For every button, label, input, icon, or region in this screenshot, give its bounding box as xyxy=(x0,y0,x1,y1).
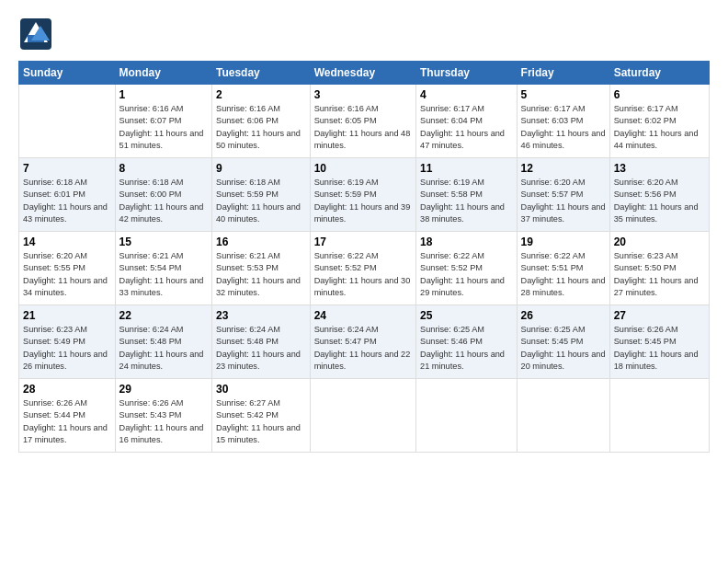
day-info: Sunrise: 6:20 AMSunset: 5:55 PMDaylight:… xyxy=(23,251,108,297)
day-info: Sunrise: 6:18 AMSunset: 6:01 PMDaylight:… xyxy=(23,178,108,224)
calendar-cell: 15Sunrise: 6:21 AMSunset: 5:54 PMDayligh… xyxy=(115,232,211,305)
day-info: Sunrise: 6:22 AMSunset: 5:52 PMDaylight:… xyxy=(420,251,505,297)
day-number: 7 xyxy=(23,162,111,175)
calendar-cell xyxy=(19,85,116,158)
day-number: 16 xyxy=(216,236,306,248)
calendar-week-row: 1Sunrise: 6:16 AMSunset: 6:07 PMDaylight… xyxy=(19,85,710,158)
day-number: 9 xyxy=(216,162,306,175)
calendar-cell: 30Sunrise: 6:27 AMSunset: 5:42 PMDayligh… xyxy=(212,379,311,453)
calendar-cell: 26Sunrise: 6:25 AMSunset: 5:45 PMDayligh… xyxy=(517,305,609,379)
calendar-cell: 25Sunrise: 6:25 AMSunset: 5:46 PMDayligh… xyxy=(416,305,518,379)
day-info: Sunrise: 6:16 AMSunset: 6:05 PMDaylight:… xyxy=(314,104,411,150)
page: SundayMondayTuesdayWednesdayThursdayFrid… xyxy=(0,0,728,563)
calendar-table: SundayMondayTuesdayWednesdayThursdayFrid… xyxy=(18,61,710,453)
calendar-cell: 24Sunrise: 6:24 AMSunset: 5:47 PMDayligh… xyxy=(310,305,415,379)
header xyxy=(18,17,710,52)
calendar-cell: 11Sunrise: 6:19 AMSunset: 5:58 PMDayligh… xyxy=(416,158,518,232)
calendar-cell: 27Sunrise: 6:26 AMSunset: 5:45 PMDayligh… xyxy=(609,305,709,379)
day-number: 25 xyxy=(420,309,513,322)
day-number: 15 xyxy=(119,236,208,248)
day-info: Sunrise: 6:24 AMSunset: 5:47 PMDaylight:… xyxy=(314,325,411,371)
day-number: 30 xyxy=(216,383,306,396)
day-number: 28 xyxy=(23,383,111,396)
calendar-cell: 18Sunrise: 6:22 AMSunset: 5:52 PMDayligh… xyxy=(416,232,518,305)
calendar-cell xyxy=(310,379,415,453)
day-number: 5 xyxy=(521,88,606,101)
column-header-friday: Friday xyxy=(517,62,609,85)
day-info: Sunrise: 6:17 AMSunset: 6:04 PMDaylight:… xyxy=(420,104,505,150)
calendar-week-row: 14Sunrise: 6:20 AMSunset: 5:55 PMDayligh… xyxy=(19,232,710,305)
day-number: 23 xyxy=(216,309,306,322)
calendar-cell: 3Sunrise: 6:16 AMSunset: 6:05 PMDaylight… xyxy=(310,85,415,158)
calendar-week-row: 7Sunrise: 6:18 AMSunset: 6:01 PMDaylight… xyxy=(19,158,710,232)
day-info: Sunrise: 6:23 AMSunset: 5:50 PMDaylight:… xyxy=(614,251,699,297)
day-number: 12 xyxy=(521,162,606,175)
day-number: 2 xyxy=(216,88,306,101)
day-number: 17 xyxy=(314,236,412,248)
day-info: Sunrise: 6:21 AMSunset: 5:54 PMDaylight:… xyxy=(119,251,204,297)
calendar-cell: 5Sunrise: 6:17 AMSunset: 6:03 PMDaylight… xyxy=(517,85,609,158)
column-header-saturday: Saturday xyxy=(609,62,709,85)
day-number: 26 xyxy=(521,309,606,322)
calendar-cell xyxy=(416,379,518,453)
column-header-tuesday: Tuesday xyxy=(212,62,311,85)
day-info: Sunrise: 6:26 AMSunset: 5:43 PMDaylight:… xyxy=(119,398,204,444)
day-info: Sunrise: 6:22 AMSunset: 5:52 PMDaylight:… xyxy=(314,251,411,297)
day-info: Sunrise: 6:24 AMSunset: 5:48 PMDaylight:… xyxy=(119,325,204,371)
calendar-cell: 20Sunrise: 6:23 AMSunset: 5:50 PMDayligh… xyxy=(609,232,709,305)
day-info: Sunrise: 6:18 AMSunset: 6:00 PMDaylight:… xyxy=(119,178,204,224)
day-number: 4 xyxy=(420,88,513,101)
day-info: Sunrise: 6:24 AMSunset: 5:48 PMDaylight:… xyxy=(216,325,301,371)
calendar-cell: 19Sunrise: 6:22 AMSunset: 5:51 PMDayligh… xyxy=(517,232,609,305)
calendar-cell: 16Sunrise: 6:21 AMSunset: 5:53 PMDayligh… xyxy=(212,232,311,305)
day-info: Sunrise: 6:19 AMSunset: 5:59 PMDaylight:… xyxy=(314,178,411,224)
calendar-week-row: 28Sunrise: 6:26 AMSunset: 5:44 PMDayligh… xyxy=(19,379,710,453)
logo xyxy=(18,17,53,52)
day-number: 29 xyxy=(119,383,208,396)
calendar-cell: 12Sunrise: 6:20 AMSunset: 5:57 PMDayligh… xyxy=(517,158,609,232)
day-info: Sunrise: 6:19 AMSunset: 5:58 PMDaylight:… xyxy=(420,178,505,224)
logo-icon xyxy=(18,17,53,52)
day-info: Sunrise: 6:23 AMSunset: 5:49 PMDaylight:… xyxy=(23,325,108,371)
calendar-header-row: SundayMondayTuesdayWednesdayThursdayFrid… xyxy=(19,62,710,85)
calendar-cell: 29Sunrise: 6:26 AMSunset: 5:43 PMDayligh… xyxy=(115,379,211,453)
calendar-week-row: 21Sunrise: 6:23 AMSunset: 5:49 PMDayligh… xyxy=(19,305,710,379)
day-number: 3 xyxy=(314,88,412,101)
day-info: Sunrise: 6:21 AMSunset: 5:53 PMDaylight:… xyxy=(216,251,301,297)
calendar-cell xyxy=(517,379,609,453)
day-number: 1 xyxy=(119,88,208,101)
calendar-cell: 17Sunrise: 6:22 AMSunset: 5:52 PMDayligh… xyxy=(310,232,415,305)
column-header-wednesday: Wednesday xyxy=(310,62,415,85)
calendar-cell: 21Sunrise: 6:23 AMSunset: 5:49 PMDayligh… xyxy=(19,305,116,379)
day-number: 27 xyxy=(614,309,705,322)
calendar-cell: 23Sunrise: 6:24 AMSunset: 5:48 PMDayligh… xyxy=(212,305,311,379)
calendar-cell: 22Sunrise: 6:24 AMSunset: 5:48 PMDayligh… xyxy=(115,305,211,379)
day-info: Sunrise: 6:27 AMSunset: 5:42 PMDaylight:… xyxy=(216,398,301,444)
day-number: 21 xyxy=(23,309,111,322)
day-info: Sunrise: 6:25 AMSunset: 5:46 PMDaylight:… xyxy=(420,325,505,371)
calendar-cell: 14Sunrise: 6:20 AMSunset: 5:55 PMDayligh… xyxy=(19,232,116,305)
day-info: Sunrise: 6:18 AMSunset: 5:59 PMDaylight:… xyxy=(216,178,301,224)
calendar-cell: 2Sunrise: 6:16 AMSunset: 6:06 PMDaylight… xyxy=(212,85,311,158)
day-info: Sunrise: 6:20 AMSunset: 5:57 PMDaylight:… xyxy=(521,178,606,224)
day-info: Sunrise: 6:25 AMSunset: 5:45 PMDaylight:… xyxy=(521,325,606,371)
day-info: Sunrise: 6:17 AMSunset: 6:03 PMDaylight:… xyxy=(521,104,606,150)
day-number: 8 xyxy=(119,162,208,175)
calendar-cell: 9Sunrise: 6:18 AMSunset: 5:59 PMDaylight… xyxy=(212,158,311,232)
day-number: 11 xyxy=(420,162,513,175)
day-info: Sunrise: 6:22 AMSunset: 5:51 PMDaylight:… xyxy=(521,251,606,297)
calendar-cell: 4Sunrise: 6:17 AMSunset: 6:04 PMDaylight… xyxy=(416,85,518,158)
calendar-cell: 1Sunrise: 6:16 AMSunset: 6:07 PMDaylight… xyxy=(115,85,211,158)
calendar-cell: 13Sunrise: 6:20 AMSunset: 5:56 PMDayligh… xyxy=(609,158,709,232)
calendar-cell: 7Sunrise: 6:18 AMSunset: 6:01 PMDaylight… xyxy=(19,158,116,232)
day-info: Sunrise: 6:26 AMSunset: 5:44 PMDaylight:… xyxy=(23,398,108,444)
day-number: 22 xyxy=(119,309,208,322)
day-number: 19 xyxy=(521,236,606,248)
column-header-thursday: Thursday xyxy=(416,62,518,85)
day-info: Sunrise: 6:26 AMSunset: 5:45 PMDaylight:… xyxy=(614,325,699,371)
day-number: 24 xyxy=(314,309,412,322)
day-number: 10 xyxy=(314,162,412,175)
day-number: 6 xyxy=(614,88,705,101)
day-number: 13 xyxy=(614,162,705,175)
column-header-sunday: Sunday xyxy=(19,62,116,85)
